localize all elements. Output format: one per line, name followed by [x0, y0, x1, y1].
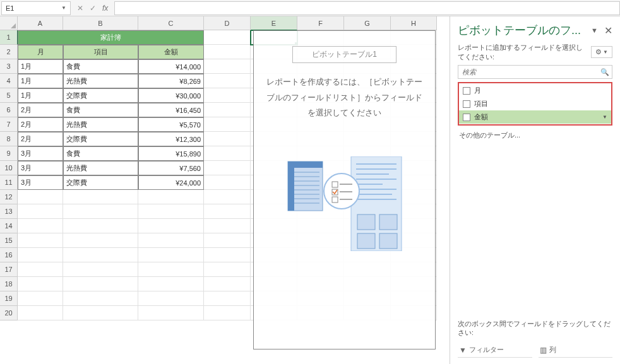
field-item-amount[interactable]: 金額 ▼ — [459, 110, 611, 124]
cell[interactable] — [18, 291, 63, 306]
checkbox[interactable] — [463, 114, 470, 121]
cell[interactable] — [138, 233, 204, 248]
cell[interactable] — [204, 291, 251, 306]
row-header[interactable]: 11 — [0, 175, 18, 190]
cell[interactable] — [138, 190, 204, 204]
cell-title[interactable]: 家計簿 — [18, 30, 204, 45]
name-box[interactable]: E1 ▼ — [1, 1, 71, 15]
cell[interactable] — [63, 204, 138, 219]
cell[interactable]: 交際費 — [63, 132, 138, 146]
col-header-D[interactable]: D — [204, 16, 251, 30]
cell[interactable] — [204, 103, 251, 117]
cell[interactable] — [138, 262, 204, 277]
cell[interactable] — [63, 233, 138, 248]
cell[interactable]: ¥8,269 — [138, 74, 204, 88]
cell-header[interactable]: 金額 — [138, 45, 204, 59]
col-header-B[interactable]: B — [63, 16, 138, 30]
cell[interactable] — [138, 291, 204, 306]
search-field[interactable]: 🔍 — [458, 65, 612, 79]
row-header[interactable]: 20 — [0, 306, 18, 320]
cell[interactable] — [63, 262, 138, 277]
cell[interactable] — [18, 277, 63, 291]
cell[interactable] — [18, 262, 63, 277]
cell[interactable]: 2月 — [18, 132, 63, 146]
row-header[interactable]: 3 — [0, 59, 18, 74]
other-tables-link[interactable]: その他のテーブル... — [458, 128, 612, 143]
cell[interactable] — [18, 219, 63, 233]
cell[interactable] — [204, 117, 251, 132]
row-header[interactable]: 16 — [0, 248, 18, 262]
cell[interactable] — [204, 161, 251, 175]
cell[interactable]: ¥12,300 — [138, 132, 204, 146]
cell[interactable] — [18, 204, 63, 219]
cell[interactable] — [204, 262, 251, 277]
row-header-1[interactable]: 1 — [0, 30, 18, 45]
cell[interactable] — [204, 219, 251, 233]
cell[interactable]: ¥7,560 — [138, 161, 204, 175]
col-header-H[interactable]: H — [391, 16, 437, 30]
col-header-C[interactable]: C — [138, 16, 204, 30]
chevron-down-icon[interactable]: ▼ — [602, 114, 607, 120]
cell[interactable] — [18, 248, 63, 262]
row-header[interactable]: 14 — [0, 219, 18, 233]
close-icon[interactable]: ✕ — [604, 25, 612, 37]
cell[interactable]: 2月 — [18, 117, 63, 132]
cell[interactable]: 光熱費 — [63, 161, 138, 175]
cell[interactable]: ¥5,570 — [138, 117, 204, 132]
cell[interactable] — [63, 291, 138, 306]
cell[interactable]: 光熱費 — [63, 74, 138, 88]
cell[interactable] — [63, 248, 138, 262]
cell[interactable]: 1月 — [18, 74, 63, 88]
cell[interactable] — [204, 306, 251, 320]
cell[interactable]: 交際費 — [63, 88, 138, 103]
row-header[interactable]: 17 — [0, 262, 18, 277]
select-all-button[interactable] — [0, 16, 18, 30]
cell[interactable] — [204, 204, 251, 219]
checkbox[interactable] — [463, 100, 470, 108]
row-header[interactable]: 9 — [0, 146, 18, 161]
cell[interactable] — [138, 219, 204, 233]
cell-header[interactable]: 月 — [18, 45, 63, 59]
row-header[interactable]: 13 — [0, 204, 18, 219]
row-header[interactable]: 4 — [0, 74, 18, 88]
cell[interactable]: 食費 — [63, 59, 138, 74]
pane-dropdown-icon[interactable]: ▼ — [591, 26, 598, 34]
cell[interactable]: 食費 — [63, 146, 138, 161]
cell[interactable] — [63, 219, 138, 233]
row-header[interactable]: 6 — [0, 103, 18, 117]
cell[interactable] — [18, 233, 63, 248]
cell[interactable] — [63, 277, 138, 291]
row-header[interactable]: 15 — [0, 233, 18, 248]
cell[interactable] — [204, 88, 251, 103]
cell[interactable] — [138, 204, 204, 219]
cell[interactable] — [204, 59, 251, 74]
cell[interactable] — [204, 175, 251, 190]
field-item-month[interactable]: 月 — [459, 84, 611, 97]
row-header-2[interactable]: 2 — [0, 45, 18, 59]
cell[interactable] — [204, 233, 251, 248]
drop-zone-filters[interactable]: ▼フィルター — [458, 343, 532, 358]
cell[interactable] — [63, 190, 138, 204]
cell[interactable]: 光熱費 — [63, 117, 138, 132]
cell[interactable] — [204, 45, 251, 59]
cell[interactable] — [63, 306, 138, 320]
row-header[interactable]: 12 — [0, 190, 18, 204]
cell[interactable]: ¥30,000 — [138, 88, 204, 103]
col-header-E[interactable]: E — [251, 16, 297, 30]
worksheet[interactable]: A B C D E F G H 1 家計簿 2 月 項目 金額 — [0, 16, 450, 364]
col-header-G[interactable]: G — [344, 16, 391, 30]
cell[interactable]: 1月 — [18, 88, 63, 103]
row-header[interactable]: 7 — [0, 117, 18, 132]
cell[interactable] — [18, 190, 63, 204]
cell[interactable] — [204, 190, 251, 204]
cell[interactable]: 食費 — [63, 103, 138, 117]
cell[interactable]: ¥24,000 — [138, 175, 204, 190]
cell[interactable] — [204, 74, 251, 88]
col-header-A[interactable]: A — [18, 16, 63, 30]
row-header[interactable]: 19 — [0, 291, 18, 306]
cell[interactable] — [204, 132, 251, 146]
cell[interactable] — [204, 146, 251, 161]
cell[interactable] — [138, 248, 204, 262]
cell[interactable]: 3月 — [18, 146, 63, 161]
cell[interactable]: ¥15,890 — [138, 146, 204, 161]
